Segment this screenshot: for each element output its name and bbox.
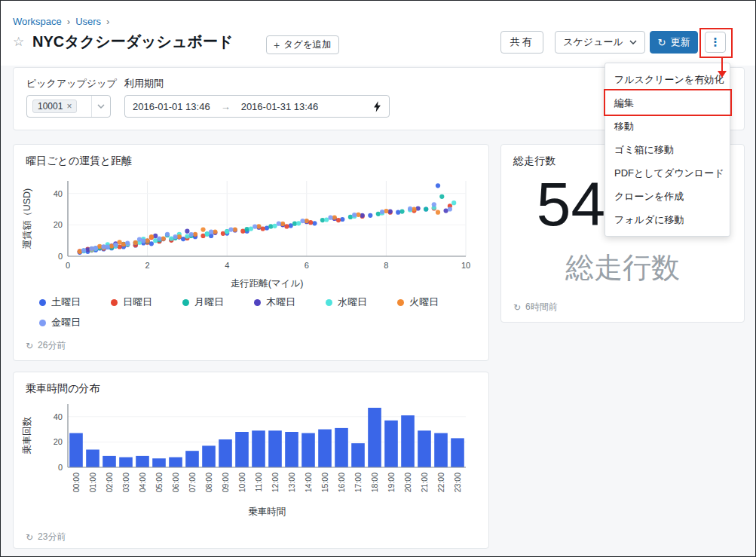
svg-text:10: 10 [461, 261, 470, 270]
svg-text:乗車時間: 乗車時間 [248, 507, 286, 517]
breadcrumb-link-users[interactable]: Users [75, 16, 101, 27]
menu-item-download-pdf[interactable]: PDFとしてダウンロード [605, 161, 730, 185]
legend-label: 日曜日 [123, 295, 152, 309]
annotation-box-kebab [699, 28, 733, 58]
svg-text:20: 20 [54, 220, 63, 229]
scatter-updated: ↻ 26分前 [26, 339, 66, 352]
select-caret[interactable] [91, 96, 105, 117]
plus-icon: + [274, 40, 280, 50]
favorite-star-icon[interactable]: ☆ [13, 34, 24, 50]
period-label: 利用期間 [124, 77, 164, 90]
updated-text: 6時間前 [525, 301, 558, 314]
refresh-button[interactable]: ↻ 更新 [650, 31, 698, 54]
svg-text:01:00: 01:00 [88, 473, 97, 492]
share-button[interactable]: 共有 [500, 31, 543, 54]
menu-item-clone[interactable]: クローンを作成 [605, 185, 730, 208]
chevron-down-icon [629, 40, 637, 44]
svg-text:14:00: 14:00 [304, 473, 313, 492]
counter-updated: ↻ 6時間前 [513, 301, 558, 314]
svg-text:00:00: 00:00 [72, 473, 81, 492]
legend-dot-icon [254, 299, 261, 306]
svg-text:19:00: 19:00 [387, 473, 396, 492]
legend-item[interactable]: 月曜日 [182, 295, 254, 309]
annotation-box-edit [604, 89, 732, 116]
svg-text:40: 40 [54, 189, 63, 198]
updated-text: 23分前 [38, 531, 66, 543]
zip-chip: 10001 × [32, 99, 77, 113]
svg-text:6: 6 [305, 261, 309, 270]
pickup-zip-select[interactable]: 10001 × [26, 95, 111, 118]
legend-item[interactable]: 日曜日 [111, 295, 182, 309]
legend-item[interactable]: 火曜日 [397, 295, 469, 309]
scatter-card-title: 曜日ごとの運賃と距離 [26, 155, 132, 168]
date-start-value[interactable]: 2016-01-01 13:46 [133, 101, 210, 112]
dashboard-page: Workspace›Users› ☆ NYCタクシーダッシュボード + タグを追… [0, 0, 756, 557]
refresh-label: 更新 [670, 35, 690, 49]
refresh-icon: ↻ [26, 532, 33, 543]
chevron-down-icon [97, 104, 105, 109]
breadcrumb-link-workspace[interactable]: Workspace [13, 16, 62, 27]
legend-label: 水曜日 [338, 295, 367, 309]
legend-item[interactable]: 金曜日 [39, 316, 111, 329]
svg-text:20: 20 [54, 437, 63, 446]
svg-text:4: 4 [225, 261, 229, 270]
counter-card-title: 総走行数 [513, 155, 556, 168]
add-tag-label: タグを追加 [283, 38, 331, 51]
legend-dot-icon [182, 299, 189, 306]
svg-text:40: 40 [54, 412, 63, 421]
svg-text:走行距離(マイル): 走行距離(マイル) [231, 278, 304, 289]
legend-item[interactable]: 木曜日 [254, 295, 326, 309]
bar-chart-card: 乗車時間の分布 0204000:0001:0002:0003:0004:0005… [13, 372, 489, 549]
date-end-value[interactable]: 2016-01-31 13:46 [241, 101, 319, 112]
page-title: NYCタクシーダッシュボード [32, 32, 233, 52]
svg-text:0: 0 [58, 252, 63, 261]
breadcrumb: Workspace›Users› [13, 16, 115, 27]
add-tag-button[interactable]: + タグを追加 [266, 35, 339, 54]
svg-text:05:00: 05:00 [155, 473, 164, 492]
svg-text:0: 0 [66, 261, 70, 270]
svg-text:22:00: 22:00 [436, 473, 445, 492]
svg-text:03:00: 03:00 [121, 473, 130, 492]
bar-card-title: 乗車時間の分布 [26, 382, 99, 396]
date-range-picker[interactable]: 2016-01-01 13:46 → 2016-01-31 13:46 [124, 95, 390, 118]
breadcrumb-separator: › [106, 16, 109, 27]
svg-text:0: 0 [58, 463, 63, 472]
svg-text:11:00: 11:00 [254, 473, 263, 492]
legend-dot-icon [326, 299, 332, 306]
menu-item-move[interactable]: 移動 [605, 115, 730, 138]
svg-text:運賃額（USD): 運賃額（USD) [22, 188, 32, 249]
share-label: 共有 [510, 35, 534, 49]
legend-dot-icon [39, 320, 46, 326]
annotation-arrow-line [721, 57, 723, 72]
chip-remove-icon[interactable]: × [66, 101, 72, 112]
svg-text:12:00: 12:00 [271, 473, 280, 492]
legend-item[interactable]: 水曜日 [326, 295, 397, 309]
refresh-icon: ↻ [658, 37, 666, 48]
legend-dot-icon [397, 299, 404, 306]
menu-item-fullscreen[interactable]: フルスクリーンを有効化 [605, 68, 730, 91]
svg-text:04:00: 04:00 [138, 473, 147, 492]
svg-text:06:00: 06:00 [171, 473, 180, 492]
updated-text: 26分前 [38, 339, 66, 352]
svg-text:17:00: 17:00 [354, 473, 363, 492]
legend-label: 土曜日 [51, 295, 81, 309]
svg-text:07:00: 07:00 [188, 473, 197, 492]
legend-label: 火曜日 [409, 295, 439, 309]
svg-text:2: 2 [145, 261, 150, 270]
menu-item-move-folder[interactable]: フォルダに移動 [605, 208, 730, 231]
legend-label: 金曜日 [51, 316, 81, 329]
arrow-right-icon: → [221, 101, 231, 112]
bar-updated: ↻ 23分前 [26, 531, 66, 543]
svg-text:18:00: 18:00 [370, 473, 379, 492]
refresh-icon: ↻ [513, 302, 521, 313]
lightning-icon[interactable] [373, 101, 381, 112]
schedule-button[interactable]: スケジュール [555, 31, 645, 54]
counter-value: 54 [537, 173, 605, 235]
svg-text:13:00: 13:00 [287, 473, 296, 492]
scatter-chart-card: 曜日ごとの運賃と距離 024681002040走行距離(マイル)運賃額（USD)… [13, 144, 489, 361]
legend-item[interactable]: 土曜日 [39, 295, 111, 309]
menu-item-trash[interactable]: ゴミ箱に移動 [605, 138, 730, 161]
svg-text:乗車回数: 乗車回数 [22, 417, 32, 455]
svg-text:21:00: 21:00 [420, 473, 429, 492]
counter-caption: 総走行数 [501, 249, 744, 287]
